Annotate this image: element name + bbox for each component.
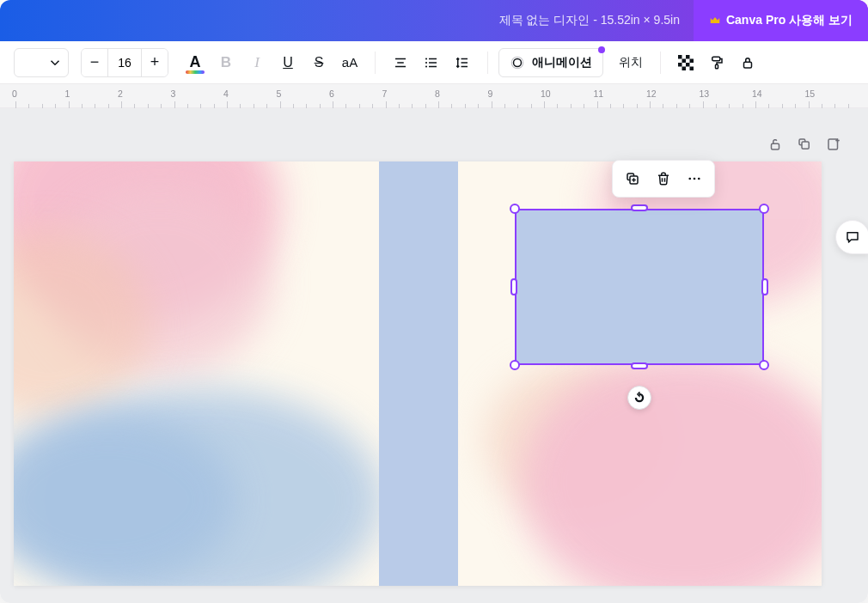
svg-rect-22: [802, 142, 809, 149]
page-left[interactable]: [14, 161, 379, 586]
ruler-label: 2: [118, 88, 123, 99]
svg-point-2: [425, 65, 427, 67]
font-size-decrease[interactable]: −: [82, 48, 107, 77]
resize-handle-br[interactable]: [759, 360, 769, 370]
svg-point-19: [694, 178, 696, 180]
font-size-increase[interactable]: +: [142, 48, 168, 77]
svg-point-1: [425, 61, 427, 63]
paint-roller-icon: [709, 55, 724, 70]
svg-rect-6: [678, 55, 682, 59]
duplicate-page-button[interactable]: [796, 136, 813, 153]
strikethrough-button[interactable]: S: [304, 48, 333, 77]
trash-icon: [656, 171, 671, 186]
horizontal-ruler: 0123456789101112131415: [0, 84, 868, 108]
more-options-button[interactable]: [680, 164, 709, 193]
transparency-icon: [678, 55, 694, 70]
resize-handle-bl[interactable]: [510, 360, 520, 370]
animate-label: 애니메이션: [532, 55, 592, 70]
resize-handle-bottom[interactable]: [631, 362, 648, 369]
position-button[interactable]: 위치: [612, 48, 650, 77]
canva-pro-button[interactable]: Canva Pro 사용해 보기: [694, 0, 868, 41]
ruler-label: 3: [171, 88, 176, 99]
resize-handle-top[interactable]: [631, 204, 648, 211]
crown-icon: [709, 15, 721, 27]
transparency-button[interactable]: [671, 48, 700, 77]
rotate-handle[interactable]: [627, 386, 651, 410]
ruler-label: 0: [12, 88, 17, 99]
svg-rect-11: [686, 63, 690, 67]
font-family-select[interactable]: [14, 48, 69, 77]
align-button[interactable]: [386, 48, 415, 77]
spacing-icon: [455, 55, 470, 70]
ruler-label: 5: [277, 88, 282, 99]
spacing-button[interactable]: [448, 48, 477, 77]
duplicate-page-icon: [797, 137, 812, 152]
canva-pro-label: Canva Pro 사용해 보기: [726, 13, 853, 28]
svg-rect-21: [772, 143, 779, 149]
svg-rect-8: [682, 58, 687, 63]
position-label: 위치: [619, 55, 643, 70]
ruler-label: 7: [382, 88, 388, 99]
add-page-icon: [826, 137, 841, 152]
ruler-label: 9: [488, 88, 493, 99]
svg-point-3: [514, 58, 522, 66]
svg-point-18: [688, 178, 691, 180]
lock-icon: [740, 55, 755, 70]
svg-rect-7: [686, 55, 690, 59]
font-size-stepper[interactable]: − +: [81, 48, 168, 77]
text-toolbar: − + A B I U S aA 애니메이션 위치: [0, 41, 868, 84]
comment-icon: [845, 229, 860, 245]
text-case-button[interactable]: aA: [335, 48, 364, 77]
selection-outline: [515, 209, 764, 365]
ruler-label: 6: [329, 88, 334, 99]
copy-style-button[interactable]: [702, 48, 731, 77]
document-title: 제목 없는 디자인 - 15.52in × 9.5in: [499, 13, 680, 28]
duplicate-icon: [625, 171, 640, 186]
delete-button[interactable]: [649, 164, 678, 193]
ruler-label: 12: [646, 88, 657, 99]
rotate-icon: [633, 392, 645, 404]
title-bar: 제목 없는 디자인 - 15.52in × 9.5in Canva Pro 사용…: [0, 0, 868, 41]
comment-button[interactable]: [835, 220, 868, 254]
ruler-label: 11: [594, 88, 604, 99]
bold-button[interactable]: B: [211, 48, 241, 77]
svg-point-0: [425, 58, 427, 59]
ruler-label: 4: [223, 88, 229, 99]
color-spectrum-icon: [186, 70, 205, 74]
resize-handle-left[interactable]: [510, 278, 517, 295]
animate-icon: [510, 55, 525, 70]
svg-rect-14: [712, 57, 720, 61]
ruler-label: 8: [435, 88, 440, 99]
page-right[interactable]: [458, 161, 822, 586]
canvas-stage[interactable]: [0, 108, 868, 603]
new-feature-dot-icon: [598, 46, 605, 53]
duplicate-button[interactable]: [618, 164, 647, 193]
svg-rect-16: [744, 62, 752, 68]
selected-shape[interactable]: [515, 209, 764, 365]
resize-handle-tl[interactable]: [510, 204, 520, 214]
svg-rect-13: [690, 66, 694, 70]
ruler-label: 14: [752, 88, 762, 99]
page-tools: [767, 136, 842, 153]
list-button[interactable]: [417, 48, 446, 77]
underline-button[interactable]: U: [273, 48, 303, 77]
text-color-button[interactable]: A: [180, 48, 210, 77]
animate-button[interactable]: 애니메이션: [498, 48, 603, 77]
ruler-label: 10: [541, 88, 551, 99]
element-floating-toolbar: [612, 160, 715, 198]
page-unlock-button[interactable]: [767, 136, 784, 153]
italic-button[interactable]: I: [242, 48, 272, 77]
resize-handle-tr[interactable]: [759, 204, 769, 214]
ellipsis-icon: [687, 171, 702, 186]
canvas-spread[interactable]: [14, 161, 822, 586]
font-size-input[interactable]: [107, 48, 142, 77]
svg-point-20: [698, 178, 700, 180]
page-gutter: [379, 161, 458, 586]
lock-button[interactable]: [733, 48, 762, 77]
add-page-button[interactable]: [825, 136, 842, 153]
align-center-icon: [393, 55, 408, 70]
svg-rect-10: [678, 63, 682, 67]
ruler-label: 15: [805, 88, 816, 99]
resize-handle-right[interactable]: [761, 278, 768, 295]
svg-rect-12: [682, 66, 687, 70]
